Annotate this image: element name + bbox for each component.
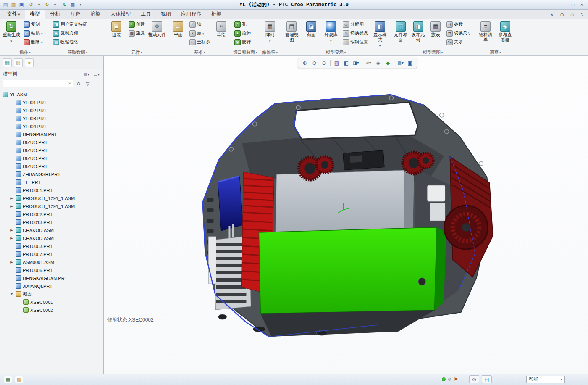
add-column-icon[interactable]: [93, 80, 101, 87]
appearance-button[interactable]: 外观库: [322, 20, 341, 44]
relations-button[interactable]: 关系: [445, 38, 473, 46]
filter-icon[interactable]: [84, 80, 92, 87]
family-table-button[interactable]: 族表: [427, 20, 444, 39]
search-results-button[interactable]: [482, 375, 492, 383]
find-icon[interactable]: [75, 80, 82, 87]
show-options-icon[interactable]: [92, 71, 101, 77]
group-label-investigate[interactable]: 调查: [475, 49, 516, 55]
group-label-cut-surface[interactable]: 切口和曲面: [231, 49, 259, 55]
spin-center-icon[interactable]: [383, 59, 392, 67]
tree-item[interactable]: _1_.PRT: [0, 178, 103, 186]
tab-analysis[interactable]: 分析: [45, 9, 65, 19]
tree-settings-icon[interactable]: [82, 71, 91, 77]
tree-item[interactable]: YL001.PRT: [0, 98, 103, 106]
tree-item[interactable]: PRT0002.PRT: [0, 210, 103, 218]
toggle-status-button[interactable]: 切换状况: [341, 29, 370, 37]
customize-quick-access-icon[interactable]: [77, 2, 84, 8]
tree-item[interactable]: JIXIANQI.PRT: [0, 282, 103, 290]
tree-item[interactable]: PRODUCT_1291_1.ASM: [0, 194, 103, 202]
expand-icon[interactable]: [10, 261, 14, 264]
tree-item[interactable]: DIZUO.PRT: [0, 162, 103, 170]
tree-item[interactable]: PRT0007.PRT: [0, 250, 103, 258]
exploded-view-button[interactable]: 分解图: [341, 20, 370, 29]
expand-icon[interactable]: [10, 197, 14, 200]
datum-display-filters-icon[interactable]: [364, 59, 373, 67]
tree-item-section[interactable]: XSEC0002: [0, 306, 103, 314]
group-label-modifiers[interactable]: 修饰符: [259, 49, 281, 55]
edit-position-button[interactable]: 编辑位置: [341, 38, 370, 46]
regenerate-button[interactable]: 重新生成: [2, 20, 21, 44]
copy-geometry-button[interactable]: 复制几何: [51, 29, 104, 37]
tree-item[interactable]: DIZUO.PRT: [0, 146, 103, 154]
view-manager-icon[interactable]: [406, 59, 415, 67]
pattern-button[interactable]: 阵列: [260, 20, 279, 44]
window-display-icon[interactable]: [69, 2, 76, 8]
create-button[interactable]: 创建: [127, 20, 147, 29]
folder-browser-icon[interactable]: [14, 58, 23, 67]
tab-view[interactable]: 视图: [156, 9, 176, 19]
open-file-icon[interactable]: [10, 2, 17, 8]
tree-item[interactable]: PRT0001.PRT: [0, 186, 103, 194]
reference-viewer-button[interactable]: 参考查看器: [496, 20, 515, 43]
assemble-button[interactable]: 组装: [107, 20, 126, 39]
tree-search-input[interactable]: [5, 81, 68, 86]
tree-item-sections-folder[interactable]: 截面: [0, 290, 103, 298]
tree-item[interactable]: DIZUO.PRT: [0, 154, 103, 162]
tree-item[interactable]: ASM0001.ASM: [0, 258, 103, 266]
tree-item[interactable]: ZHUANGSHI.PRT: [0, 170, 103, 178]
tree-item[interactable]: PRT0013.PRT: [0, 218, 103, 226]
group-label-component[interactable]: 元件: [105, 49, 168, 55]
tree-item[interactable]: YL004.PRT: [0, 122, 103, 130]
component-interface-button[interactable]: 元件界面: [392, 20, 409, 43]
parameters-button[interactable]: 参数: [445, 20, 473, 29]
tree-item-section[interactable]: XSEC0001: [0, 298, 103, 306]
tree-item[interactable]: PRT0003.PRT: [0, 242, 103, 250]
save-icon[interactable]: [18, 2, 25, 8]
bom-button[interactable]: 物料清单: [476, 20, 495, 43]
paste-button[interactable]: 粘贴: [22, 29, 45, 37]
new-file-icon[interactable]: [2, 2, 9, 8]
find-button[interactable]: [469, 375, 479, 383]
group-label-datum[interactable]: 基准: [168, 49, 231, 55]
section-button[interactable]: 截面: [302, 20, 321, 39]
tree-item[interactable]: YL002.PRT: [0, 106, 103, 114]
tab-model[interactable]: 模型: [25, 9, 45, 19]
group-label-get-data[interactable]: 获取数据: [50, 49, 105, 55]
maximize-button[interactable]: [569, 2, 577, 8]
undo-caret-icon[interactable]: [36, 2, 42, 8]
zoom-in-icon[interactable]: [300, 59, 309, 67]
repeat-button[interactable]: 重复: [127, 29, 147, 37]
extrude-button[interactable]: 拉伸: [233, 29, 257, 37]
tab-file[interactable]: 文件: [2, 9, 25, 19]
undo-icon[interactable]: [28, 2, 34, 8]
point-button[interactable]: 点: [188, 29, 212, 37]
group-label-model-display[interactable]: 模型显示: [281, 49, 391, 55]
tab-render[interactable]: 渲染: [85, 9, 105, 19]
plane-button[interactable]: 平面: [170, 20, 187, 39]
command-search-icon[interactable]: [558, 11, 566, 18]
tab-tools[interactable]: 工具: [136, 9, 156, 19]
minimize-button[interactable]: [560, 2, 568, 8]
tab-applications[interactable]: 应用程序: [176, 9, 206, 19]
udf-button[interactable]: 用户定义特征: [51, 20, 104, 29]
tree-item[interactable]: CHAKOU.ASM: [0, 226, 103, 234]
zoom-out-icon[interactable]: [320, 59, 328, 67]
saved-orientations-icon[interactable]: [396, 59, 405, 67]
model-tree-toggle-icon[interactable]: [4, 376, 12, 383]
tree-item[interactable]: YL003.PRT: [0, 114, 103, 122]
repaint-icon[interactable]: [332, 59, 341, 67]
tab-manikin[interactable]: 人体模型: [105, 9, 136, 19]
close-button[interactable]: [578, 2, 586, 8]
tree-item-root[interactable]: YL.ASM: [0, 90, 103, 98]
drag-components-button[interactable]: 拖动元件: [147, 20, 167, 39]
expand-icon[interactable]: [10, 229, 14, 232]
collapse-icon[interactable]: [10, 293, 14, 295]
revolve-button[interactable]: 旋转: [233, 38, 257, 46]
hole-button[interactable]: 孔: [233, 20, 257, 29]
copy-button[interactable]: 复制: [22, 20, 45, 29]
shrinkwrap-button[interactable]: 收缩包络: [51, 38, 104, 46]
sketch-button[interactable]: 草绘: [213, 20, 230, 39]
refit-icon[interactable]: [310, 59, 319, 67]
favorites-icon[interactable]: [25, 58, 34, 67]
display-style-icon[interactable]: [352, 59, 360, 67]
